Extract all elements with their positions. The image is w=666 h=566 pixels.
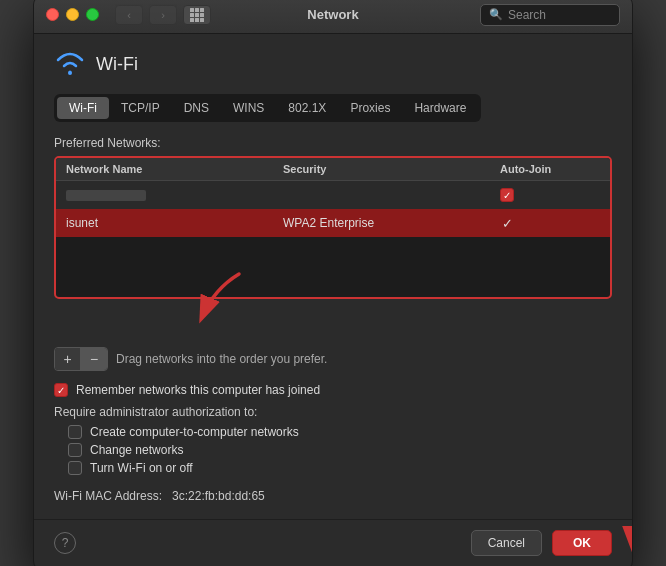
networks-table: Network Name Security Auto-Join isunet W… <box>54 156 612 299</box>
help-button[interactable]: ? <box>54 532 76 554</box>
auto-join-checkbox[interactable] <box>500 188 514 202</box>
network-window: ‹ › Network 🔍 Search <box>33 0 633 566</box>
grid-icon <box>190 8 204 22</box>
table-row[interactable]: isunet WPA2 Enterprise ✓ <box>56 209 610 237</box>
require-admin-section: Require administrator authorization to: … <box>54 405 612 475</box>
svg-point-0 <box>68 71 72 75</box>
require-option-3: Turn Wi-Fi on or off <box>68 461 612 475</box>
remember-label: Remember networks this computer has join… <box>76 383 320 397</box>
add-network-button[interactable]: + <box>55 348 81 370</box>
change-networks-label: Change networks <box>90 443 183 457</box>
network-name-cell <box>66 190 283 201</box>
tab-wins[interactable]: WINS <box>221 97 276 119</box>
search-input[interactable]: Search <box>508 8 611 22</box>
ok-button[interactable]: OK <box>552 530 612 556</box>
search-icon: 🔍 <box>489 8 503 21</box>
minimize-button[interactable] <box>66 8 79 21</box>
mac-address-row: Wi-Fi MAC Address: 3c:22:fb:bd:dd:65 <box>54 489 612 503</box>
footer-buttons: Cancel OK <box>471 530 612 556</box>
table-empty-area <box>56 237 610 297</box>
turn-wifi-checkbox[interactable] <box>68 461 82 475</box>
drag-hint-text: Drag networks into the order you prefer. <box>116 352 327 366</box>
tab-proxies[interactable]: Proxies <box>338 97 402 119</box>
close-button[interactable] <box>46 8 59 21</box>
footer: ? Cancel OK <box>34 519 632 566</box>
forward-button[interactable]: › <box>149 5 177 25</box>
network-name-cell: isunet <box>66 216 283 230</box>
mac-address-value: 3c:22:fb:bd:dd:65 <box>172 489 265 503</box>
window-title: Network <box>307 7 358 22</box>
titlebar: ‹ › Network 🔍 Search <box>34 0 632 34</box>
require-admin-label: Require administrator authorization to: <box>54 405 612 419</box>
tab-hardware[interactable]: Hardware <box>402 97 478 119</box>
red-arrow <box>184 269 254 332</box>
remove-network-button[interactable]: − <box>81 348 107 370</box>
cancel-button[interactable]: Cancel <box>471 530 542 556</box>
traffic-lights <box>46 8 99 21</box>
arrow-annotation <box>54 299 612 339</box>
tab-bar: Wi-Fi TCP/IP DNS WINS 802.1X Proxies Har… <box>54 94 481 122</box>
back-button[interactable]: ‹ <box>115 5 143 25</box>
tab-tcpip[interactable]: TCP/IP <box>109 97 172 119</box>
remember-row: Remember networks this computer has join… <box>54 383 612 397</box>
security-cell: WPA2 Enterprise <box>283 216 500 230</box>
table-row[interactable] <box>56 181 610 209</box>
tab-dns[interactable]: DNS <box>172 97 221 119</box>
add-remove-bar: + − Drag networks into the order you pre… <box>54 347 612 371</box>
change-networks-checkbox[interactable] <box>68 443 82 457</box>
require-option-2: Change networks <box>68 443 612 457</box>
nav-buttons: ‹ › <box>115 5 177 25</box>
col-network-name: Network Name <box>66 163 283 175</box>
main-content: Wi-Fi Wi-Fi TCP/IP DNS WINS 802.1X Proxi… <box>34 34 632 519</box>
ok-button-wrapper: OK <box>552 530 612 556</box>
preferred-networks-label: Preferred Networks: <box>54 136 612 150</box>
auto-join-cell: ✓ <box>500 216 600 230</box>
turn-wifi-label: Turn Wi-Fi on or off <box>90 461 193 475</box>
chevron-right-icon: › <box>161 9 165 21</box>
tab-wifi[interactable]: Wi-Fi <box>57 97 109 119</box>
table-header: Network Name Security Auto-Join <box>56 158 610 181</box>
auto-join-cell <box>500 188 600 202</box>
create-network-label: Create computer-to-computer networks <box>90 425 299 439</box>
wifi-name-label: Wi-Fi <box>96 54 138 75</box>
add-remove-buttons: + − <box>54 347 108 371</box>
mac-address-label: Wi-Fi MAC Address: <box>54 489 169 503</box>
wifi-header: Wi-Fi <box>54 48 612 80</box>
create-network-checkbox[interactable] <box>68 425 82 439</box>
chevron-left-icon: ‹ <box>127 9 131 21</box>
wifi-icon <box>54 48 86 80</box>
grid-view-button[interactable] <box>183 5 211 25</box>
col-security: Security <box>283 163 500 175</box>
require-option-1: Create computer-to-computer networks <box>68 425 612 439</box>
maximize-button[interactable] <box>86 8 99 21</box>
col-auto-join: Auto-Join <box>500 163 600 175</box>
auto-join-checkmark: ✓ <box>500 216 514 230</box>
remember-checkbox[interactable] <box>54 383 68 397</box>
search-box[interactable]: 🔍 Search <box>480 4 620 26</box>
ok-arrow <box>616 524 633 563</box>
tab-8021x[interactable]: 802.1X <box>276 97 338 119</box>
